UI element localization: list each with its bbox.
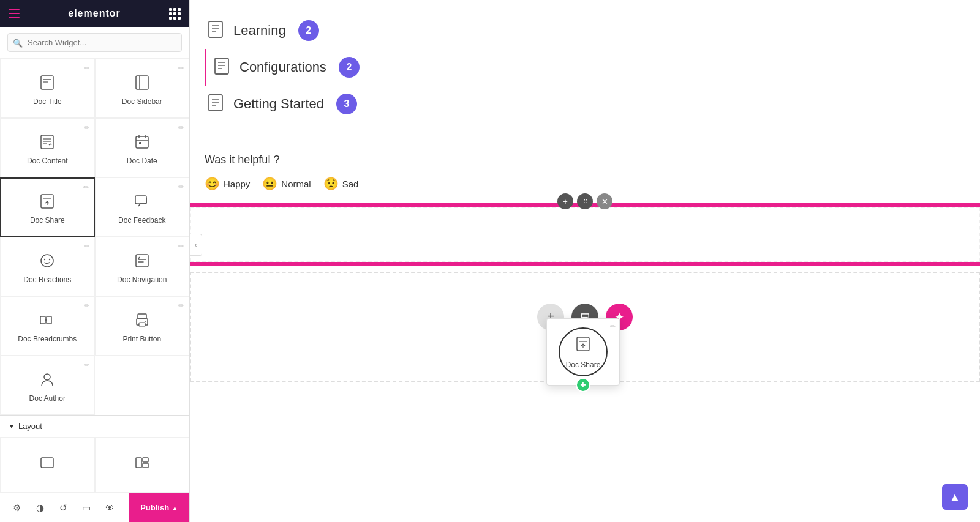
doc-navigation-icon	[134, 252, 151, 272]
preview-edit-icon: ✏	[610, 323, 616, 330]
publish-label: Publish	[140, 503, 169, 512]
nav-label-configurations: Configurations	[239, 59, 326, 75]
svg-rect-0	[41, 76, 53, 89]
scroll-to-top-button[interactable]: ▲	[942, 484, 968, 510]
widget-label-print-button: Print Button	[123, 335, 161, 343]
svg-point-27	[145, 321, 146, 322]
svg-rect-41	[209, 95, 222, 111]
widget-cell-doc-reactions[interactable]: ✏ Doc Reactions	[0, 237, 95, 296]
elementor-logo: elementor	[68, 8, 120, 19]
publish-chevron-icon: ▲	[172, 504, 178, 512]
widget-label-doc-title: Doc Title	[33, 97, 62, 106]
widget-label-doc-share: Doc Share	[30, 216, 65, 225]
edit-icon: ✏	[84, 124, 89, 132]
nav-item-configurations[interactable]: Configurations 2	[205, 49, 965, 86]
widget-label-doc-breadcrumbs: Doc Breadcrumbs	[18, 335, 77, 343]
doc-reactions-icon	[39, 252, 56, 272]
doc-sidebar-icon	[134, 74, 151, 94]
widget-grid: ✏ Doc Title ✏ Doc Sidebar ✏ Doc Content …	[0, 59, 189, 415]
preview-add-icon[interactable]: +	[576, 378, 590, 392]
nav-badge-learning: 2	[298, 20, 319, 41]
reaction-happy[interactable]: 😊 Happy	[205, 176, 250, 191]
edit-icon: ✏	[178, 242, 184, 250]
edit-icon: ✏	[178, 302, 184, 310]
widget-drag-preview[interactable]: ✏ Doc Share +	[546, 318, 620, 386]
nav-label-learning: Learning	[233, 23, 286, 39]
svg-point-28	[44, 374, 50, 380]
nav-item-getting-started[interactable]: Getting Started 3	[205, 86, 965, 122]
sidebar-bottom-bar: ⚙ ◑ ↺ ▭ 👁 Publish ▲	[0, 493, 189, 522]
grid-icon[interactable]	[169, 8, 181, 20]
svg-rect-30	[136, 458, 141, 468]
widget-cell-doc-feedback[interactable]: ✏ Doc Feedback	[95, 177, 190, 237]
widget-label-doc-feedback: Doc Feedback	[118, 216, 165, 225]
layout-widget-grid[interactable]	[95, 438, 190, 493]
svg-rect-16	[135, 196, 146, 204]
history-icon[interactable]: ↺	[53, 498, 74, 518]
widget-cell-doc-content[interactable]: ✏ Doc Content	[0, 118, 95, 177]
normal-label: Normal	[281, 179, 311, 189]
nav-getting-started-icon	[206, 93, 225, 115]
widget-cell-doc-sidebar[interactable]: ✏ Doc Sidebar	[95, 59, 190, 118]
layout-label: Layout	[18, 422, 42, 431]
search-section: 🔍	[0, 27, 189, 59]
float-controls: + ⠿ ✕	[557, 193, 612, 209]
sidebar-header: elementor	[0, 0, 189, 27]
widget-label-doc-date: Doc Date	[127, 157, 157, 165]
edit-icon: ✏	[84, 361, 89, 369]
search-input[interactable]	[7, 33, 182, 52]
svg-point-19	[49, 258, 50, 259]
publish-button[interactable]: Publish ▲	[129, 493, 189, 522]
reactions-question: Was it helpful ?	[205, 154, 965, 166]
layout-section-header[interactable]: ▼ Layout	[0, 416, 189, 437]
section-add-button[interactable]: +	[557, 193, 573, 209]
svg-rect-26	[139, 323, 145, 326]
edit-icon: ✏	[84, 302, 89, 310]
widget-cell-doc-date[interactable]: ✏ Doc Date	[95, 118, 190, 177]
svg-rect-13	[139, 142, 141, 144]
doc-author-icon	[39, 371, 56, 390]
layout-single-icon	[39, 454, 56, 475]
widget-cell-doc-share[interactable]: ✏ Doc Share	[0, 177, 95, 237]
edit-icon: ✏	[84, 64, 89, 72]
nav-learning-icon	[206, 20, 225, 42]
layers-icon[interactable]: ◑	[29, 498, 50, 518]
layout-widget-single[interactable]	[0, 438, 95, 493]
reaction-sad[interactable]: 😟 Sad	[323, 176, 359, 191]
section-delete-button[interactable]: ✕	[597, 193, 612, 209]
layout-section: ▼ Layout	[0, 415, 189, 493]
sad-label: Sad	[342, 179, 359, 189]
widget-cell-doc-breadcrumbs[interactable]: ✏ Doc Breadcrumbs	[0, 296, 95, 356]
responsive-icon[interactable]: ▭	[76, 498, 97, 518]
svg-point-18	[44, 258, 45, 259]
nav-configurations-icon	[213, 56, 231, 78]
edit-icon: ✏	[178, 124, 184, 132]
widget-label-doc-content: Doc Content	[27, 157, 68, 165]
layout-arrow-icon: ▼	[9, 423, 15, 430]
svg-rect-33	[209, 21, 222, 37]
svg-rect-32	[143, 463, 148, 468]
edit-icon: ✏	[83, 184, 89, 192]
section-bar-bottom	[190, 262, 980, 266]
reaction-normal[interactable]: 😐 Normal	[262, 176, 311, 191]
svg-rect-22	[47, 316, 51, 324]
widget-cell-doc-author[interactable]: ✏ Doc Author	[0, 356, 95, 415]
widget-label-doc-reactions: Doc Reactions	[23, 275, 71, 284]
widget-cell-doc-navigation[interactable]: ✏ Doc Navigation	[95, 237, 190, 296]
svg-rect-31	[143, 458, 148, 462]
widget-cell-doc-title[interactable]: ✏ Doc Title	[0, 59, 95, 118]
section-move-button[interactable]: ⠿	[577, 193, 593, 209]
doc-date-icon	[134, 133, 151, 153]
nav-item-learning[interactable]: Learning 2	[205, 12, 965, 49]
preview-label: Doc Share	[566, 360, 601, 369]
sidebar-collapse-button[interactable]: ‹	[190, 234, 202, 256]
svg-rect-37	[215, 58, 228, 74]
nav-badge-getting-started: 3	[336, 94, 357, 114]
doc-breadcrumbs-icon	[39, 311, 56, 331]
widget-cell-print-button[interactable]: ✏ Print Button	[95, 296, 190, 356]
preview-icon[interactable]: 👁	[99, 498, 120, 518]
hamburger-icon[interactable]	[9, 9, 20, 18]
main-content: Learning 2 Configurations 2 Getting Star…	[190, 0, 980, 522]
svg-rect-24	[138, 314, 146, 319]
settings-icon[interactable]: ⚙	[6, 498, 27, 518]
